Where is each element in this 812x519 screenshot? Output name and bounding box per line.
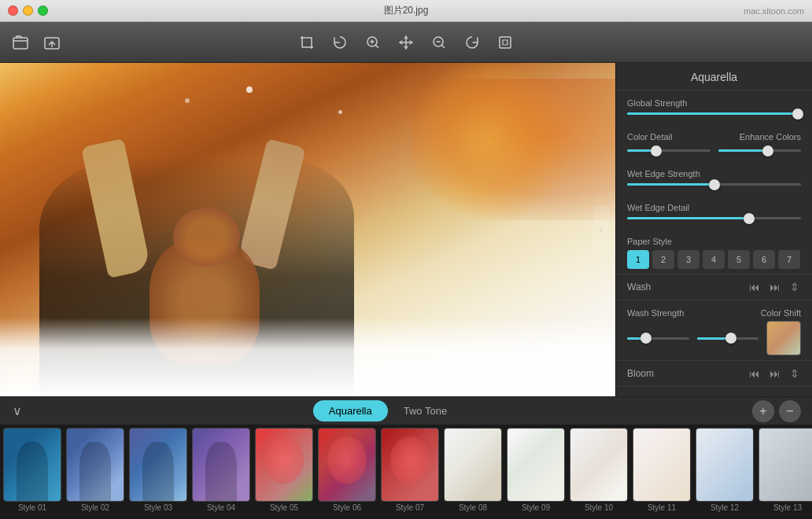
bloom-collapse-btn[interactable]: ⇕ (788, 366, 801, 381)
redo-btn[interactable] (458, 28, 486, 57)
wet-edge-strength-fill (627, 183, 714, 186)
color-detail-col (627, 145, 710, 156)
wet-edge-detail-label: Wet Edge Detail (627, 203, 801, 212)
window-title: 图片20.jpg (384, 4, 429, 17)
titlebar: 图片20.jpg mac.xitoon.com (0, 0, 812, 22)
thumbnail-item[interactable]: Style 07 (379, 428, 441, 516)
thumbnail-image (3, 428, 61, 502)
thumbnail-item[interactable]: Style 01 (2, 428, 63, 516)
export-btn[interactable] (38, 28, 66, 57)
enhance-colors-thumb[interactable] (762, 145, 773, 156)
paper-btn-1[interactable]: 1 (627, 250, 649, 269)
chevron-right-icon: › (600, 224, 603, 235)
wet-edge-strength-thumb[interactable] (709, 179, 720, 190)
paper-btn-6[interactable]: 6 (753, 250, 775, 269)
thumbnail-label: Style 11 (648, 503, 676, 512)
thumbnail-item[interactable]: Style 06 (316, 428, 378, 516)
pan-btn[interactable] (392, 28, 420, 57)
expand-panel-btn[interactable]: › (593, 206, 609, 253)
wash-row: Wash ⏮ ⏭ ⇕ (616, 274, 812, 300)
snow-ground (0, 318, 615, 396)
minimize-button[interactable] (23, 6, 33, 16)
wash-label: Wash (627, 282, 651, 293)
color-shift-track[interactable] (697, 337, 759, 340)
paper-btn-5[interactable]: 5 (728, 250, 750, 269)
tab-group: Aquarella Two Tone (24, 400, 752, 421)
wash-controls: ⏮ ⏭ ⇕ (747, 279, 801, 295)
thumbnail-image (129, 428, 187, 502)
thumbnail-item[interactable]: Style 03 (127, 428, 189, 516)
thumbnail-label: Style 06 (333, 503, 361, 512)
paper-btn-2[interactable]: 2 (652, 250, 674, 269)
thumbnail-image (66, 428, 124, 502)
thumbnail-image (381, 428, 439, 502)
thumbnail-item[interactable]: Style 08 (442, 428, 504, 516)
global-strength-section: Global Strength (616, 90, 812, 124)
orange-blob (411, 79, 615, 220)
tab-aquarella[interactable]: Aquarella (313, 400, 388, 421)
wet-edge-strength-label: Wet Edge Strength (627, 169, 801, 179)
wash-strength-track[interactable] (627, 337, 689, 340)
wash-prev-btn[interactable]: ⏮ (747, 279, 762, 295)
add-style-btn[interactable]: + (752, 400, 774, 422)
thumbnail-label: Style 08 (459, 503, 487, 512)
tab-two-tone[interactable]: Two Tone (388, 400, 463, 421)
thumbnail-label: Style 09 (522, 503, 550, 512)
canvas-area[interactable]: › (0, 63, 615, 396)
paper-btn-7[interactable]: 7 (778, 250, 800, 269)
thumbnail-image (758, 428, 812, 502)
wash-strength-col (627, 333, 689, 344)
bottom-tabs: ∨ Aquarella Two Tone + − (0, 396, 812, 425)
thumbnail-item[interactable]: Style 05 (253, 428, 315, 516)
fullscreen-btn[interactable] (491, 28, 519, 57)
wet-edge-strength-track[interactable] (627, 183, 801, 186)
thumbnail-item[interactable]: Style 09 (505, 428, 567, 516)
thumbnail-item[interactable]: Style 13 (757, 428, 812, 516)
thumbnail-item[interactable]: Style 04 (190, 428, 252, 516)
thumbnail-label: Style 04 (207, 503, 235, 512)
color-detail-thumb[interactable] (651, 145, 662, 156)
bokeh-1 (246, 86, 253, 93)
thumbnail-item[interactable]: Style 02 (65, 428, 126, 516)
zoom-out-btn[interactable] (425, 28, 453, 57)
wash-labels: Wash Strength Color Shift (627, 308, 801, 318)
maximize-button[interactable] (38, 6, 48, 16)
wash-next-btn[interactable]: ⏭ (768, 279, 782, 295)
color-swatch[interactable] (766, 321, 801, 355)
collapse-strip-btn[interactable]: ∨ (11, 402, 24, 420)
global-strength-thumb[interactable] (792, 109, 803, 120)
paper-style-section: Paper Style 1 2 3 4 5 6 7 (616, 229, 812, 274)
paper-style-buttons: 1 2 3 4 5 6 7 (627, 250, 801, 269)
crop-btn[interactable] (293, 28, 321, 57)
wet-edge-detail-track[interactable] (627, 217, 801, 219)
thumbnail-label: Style 05 (270, 503, 298, 512)
close-button[interactable] (8, 6, 18, 16)
color-shift-thumb[interactable] (725, 333, 736, 344)
thumbnail-label: Style 01 (18, 503, 46, 512)
thumbnail-item[interactable]: Style 12 (694, 428, 755, 516)
bloom-prev-btn[interactable]: ⏮ (747, 366, 762, 381)
thumbnail-item[interactable]: Style 11 (631, 428, 692, 516)
zoom-in-btn[interactable] (359, 28, 387, 57)
color-detail-track[interactable] (627, 149, 710, 152)
enhance-colors-track[interactable] (718, 149, 802, 152)
wash-shift-row (627, 321, 801, 355)
svg-rect-0 (13, 38, 28, 49)
main-area: › Aquarella Global Strength Color Detail… (0, 63, 812, 396)
thumbnail-image (570, 428, 628, 502)
rotate-btn[interactable] (326, 28, 354, 57)
paper-btn-4[interactable]: 4 (703, 250, 725, 269)
open-file-btn[interactable] (6, 28, 35, 57)
bloom-label: Bloom (627, 368, 654, 379)
thumbnail-item[interactable]: Style 10 (568, 428, 629, 516)
enhance-colors-col (718, 145, 802, 156)
wash-strength-thumb[interactable] (640, 333, 651, 344)
global-strength-track[interactable] (627, 112, 801, 115)
bloom-next-btn[interactable]: ⏭ (768, 366, 782, 381)
wash-collapse-btn[interactable]: ⇕ (788, 279, 801, 295)
remove-style-btn[interactable]: − (779, 400, 801, 422)
dual-slider-row (627, 145, 801, 156)
color-detail-label: Color Detail (627, 132, 672, 142)
wet-edge-detail-thumb[interactable] (744, 213, 755, 224)
paper-btn-3[interactable]: 3 (677, 250, 699, 269)
